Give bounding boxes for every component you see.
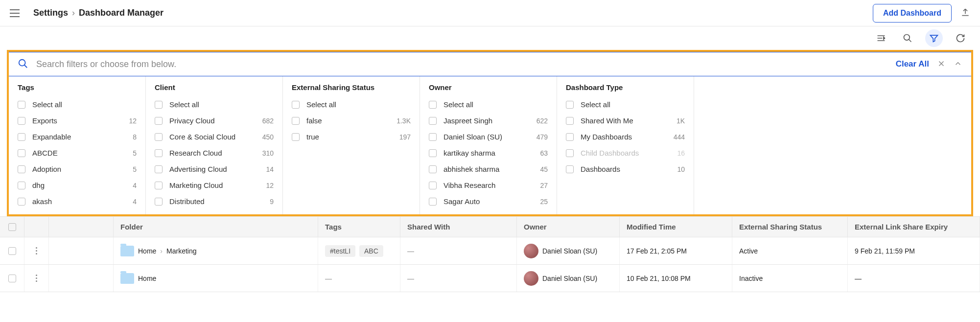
col-expiry[interactable]: External Link Share Expiry	[848, 217, 980, 237]
checkbox-icon[interactable]	[292, 133, 300, 141]
row-menu-button[interactable]	[24, 237, 49, 264]
filter-option-count: 450	[262, 133, 274, 141]
close-icon[interactable]	[937, 59, 946, 69]
shared-with-value: —	[407, 247, 414, 255]
checkbox-icon[interactable]	[292, 117, 300, 125]
filter-option[interactable]: Advertising Cloud14	[146, 161, 282, 177]
checkbox-icon[interactable]	[292, 101, 300, 109]
chevron-right-icon: ›	[160, 247, 163, 255]
filter-option[interactable]: akash4	[9, 193, 145, 209]
filter-icon[interactable]	[925, 29, 943, 47]
checkbox-icon[interactable]	[566, 133, 574, 141]
filter-option[interactable]: Privacy Cloud682	[146, 113, 282, 129]
filter-option-label: Select all	[581, 100, 685, 109]
filter-option[interactable]: Jaspreet Singh622	[420, 113, 557, 129]
col-shared[interactable]: Shared With	[400, 217, 517, 237]
select-all-checkbox[interactable]	[8, 223, 16, 231]
filter-option[interactable]: Select all	[283, 96, 420, 113]
row-checkbox[interactable]	[8, 275, 16, 282]
search-icon[interactable]	[899, 29, 916, 47]
checkbox-icon[interactable]	[18, 101, 25, 109]
filter-option[interactable]: false1.3K	[283, 113, 420, 129]
filter-option-count: 25	[540, 198, 548, 206]
hamburger-icon[interactable]	[10, 9, 20, 17]
checkbox-icon[interactable]	[18, 117, 25, 125]
tag-pill[interactable]: #testLI	[325, 245, 355, 257]
checkbox-icon[interactable]	[155, 165, 163, 173]
tag-pill[interactable]: ABC	[359, 245, 383, 257]
indent-icon[interactable]	[872, 29, 890, 47]
filter-option-count: 4	[133, 198, 137, 206]
filter-option-label: Select all	[169, 100, 274, 109]
row-checkbox[interactable]	[8, 247, 16, 255]
folder-crumb[interactable]: Marketing	[166, 247, 196, 255]
checkbox-icon[interactable]	[155, 133, 163, 141]
filter-option[interactable]: Adoption5	[9, 161, 145, 177]
filter-option[interactable]: My Dashboards444	[557, 129, 694, 145]
filter-option[interactable]: Select all	[9, 96, 145, 113]
filter-option[interactable]: Exports12	[9, 113, 145, 129]
checkbox-icon[interactable]	[429, 117, 437, 125]
checkbox-icon[interactable]	[566, 117, 574, 125]
filter-option[interactable]: Sagar Auto25	[420, 193, 557, 209]
filter-option-count: 45	[540, 165, 548, 173]
filter-option[interactable]: Daniel Sloan (SU)479	[420, 129, 557, 145]
refresh-icon[interactable]	[952, 29, 969, 47]
filter-option[interactable]: Dashboards10	[557, 161, 694, 177]
breadcrumb-current: Dashboard Manager	[79, 8, 163, 18]
table-row[interactable]: Home›Marketing#testLIABC—Daniel Sloan (S…	[0, 237, 980, 265]
filter-option[interactable]: Vibha Research27	[420, 177, 557, 193]
checkbox-icon[interactable]	[429, 133, 437, 141]
checkbox-icon[interactable]	[429, 182, 437, 189]
folder-crumb[interactable]: Home	[138, 247, 156, 255]
checkbox-icon[interactable]	[566, 165, 574, 173]
checkbox-icon[interactable]	[18, 182, 25, 189]
export-icon[interactable]	[960, 7, 970, 19]
checkbox-icon[interactable]	[155, 198, 163, 206]
checkbox-icon[interactable]	[155, 182, 163, 189]
clear-all-button[interactable]: Clear All	[896, 59, 929, 69]
col-folder[interactable]: Folder	[114, 217, 318, 237]
checkbox-icon[interactable]	[429, 165, 437, 173]
checkbox-icon[interactable]	[155, 117, 163, 125]
add-dashboard-button[interactable]: Add Dashboard	[873, 4, 952, 23]
checkbox-icon[interactable]	[566, 101, 574, 109]
filter-option[interactable]: Select all	[146, 96, 282, 113]
checkbox-icon[interactable]	[429, 149, 437, 157]
folder-crumb[interactable]: Home	[138, 275, 156, 282]
filter-option[interactable]: dhg4	[9, 177, 145, 193]
filter-option[interactable]: Core & Social Cloud450	[146, 129, 282, 145]
checkbox-icon[interactable]	[18, 149, 25, 157]
col-modified[interactable]: Modified Time	[620, 217, 732, 237]
breadcrumb-root[interactable]: Settings	[33, 8, 68, 18]
filter-option[interactable]: Distributed9	[146, 193, 282, 209]
filter-option[interactable]: kartikay sharma63	[420, 145, 557, 161]
row-menu-button[interactable]	[24, 265, 49, 292]
col-tags[interactable]: Tags	[318, 217, 400, 237]
table-row[interactable]: Home——Daniel Sloan (SU)10 Feb 21, 10:08 …	[0, 265, 980, 292]
col-external-status[interactable]: External Sharing Status	[732, 217, 848, 237]
filter-option[interactable]: true197	[283, 129, 420, 145]
filter-search-input[interactable]	[36, 59, 888, 69]
filter-option[interactable]: Select all	[420, 96, 557, 113]
filter-option[interactable]: Shared With Me1K	[557, 113, 694, 129]
checkbox-icon[interactable]	[18, 165, 25, 173]
filter-option[interactable]: abhishek sharma45	[420, 161, 557, 177]
checkbox-icon[interactable]	[155, 101, 163, 109]
filter-option[interactable]: Expandable8	[9, 129, 145, 145]
checkbox-icon[interactable]	[429, 101, 437, 109]
checkbox-icon[interactable]	[429, 198, 437, 206]
checkbox-icon[interactable]	[18, 198, 25, 206]
filter-option-count: 14	[266, 165, 274, 173]
filter-option[interactable]: Marketing Cloud12	[146, 177, 282, 193]
filter-option[interactable]: Research Cloud310	[146, 145, 282, 161]
checkbox-icon[interactable]	[18, 133, 25, 141]
filter-option[interactable]: Select all	[557, 96, 694, 113]
svg-point-1	[19, 59, 25, 66]
chevron-up-icon[interactable]	[954, 59, 962, 69]
filter-option-label: dhg	[32, 181, 133, 189]
checkbox-icon[interactable]	[155, 149, 163, 157]
filter-option[interactable]: ABCDE5	[9, 145, 145, 161]
filter-option-label: Child Dashboards	[581, 149, 677, 157]
col-owner[interactable]: Owner	[517, 217, 620, 237]
